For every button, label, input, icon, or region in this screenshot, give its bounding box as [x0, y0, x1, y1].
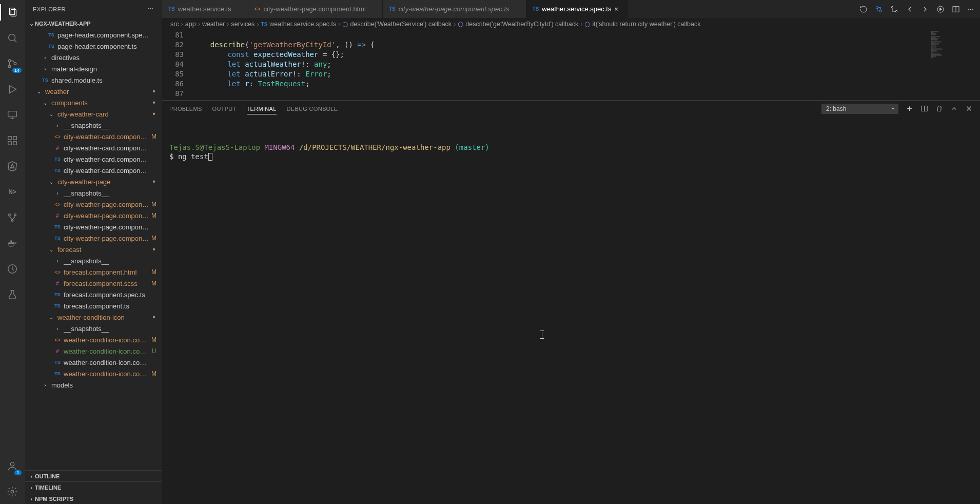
tree-item-label: weather	[45, 88, 150, 95]
tab-output[interactable]: OUTPUT	[212, 104, 237, 114]
tree-item[interactable]: ⌄forecast•	[25, 244, 162, 255]
minimap[interactable]: ████████████████████████████████████████…	[929, 30, 980, 100]
more-actions-icon[interactable]: ⋯	[967, 5, 974, 13]
close-panel-icon[interactable]	[965, 105, 973, 113]
tree-item[interactable]: TSshared.module.ts	[25, 74, 162, 86]
tree-item[interactable]: ›__snapshots__	[25, 323, 162, 334]
tree-item[interactable]: <>city-weather-page.compone…M	[25, 199, 162, 210]
maximize-panel-icon[interactable]	[950, 105, 958, 113]
tree-item[interactable]: ›__snapshots__	[25, 187, 162, 199]
code-content[interactable]: describe('getWeatherByCityId', () => { c…	[193, 30, 929, 100]
tree-item[interactable]: #forecast.component.scssM	[25, 278, 162, 289]
tree-item[interactable]: #weather-condition-icon.comp…U	[25, 345, 162, 357]
breadcrumb-seg: TSweather.service.spec.ts	[261, 21, 337, 28]
tree-item[interactable]: TScity-weather-page.compone…M	[25, 232, 162, 244]
next-change-icon[interactable]	[921, 5, 929, 13]
editor-tab[interactable]: <>city-weather-page.component.html×	[248, 0, 383, 18]
tree-item[interactable]: TSforecast.component.ts	[25, 300, 162, 312]
explorer-more-icon[interactable]: ⋯	[148, 6, 154, 12]
svg-rect-10	[13, 137, 16, 140]
tree-item[interactable]: <>city-weather-card.componen…M	[25, 131, 162, 142]
tree-item[interactable]: TSpage-header.component.spec.ts	[25, 29, 162, 41]
tab-terminal[interactable]: TERMINAL	[247, 104, 277, 114]
tree-item[interactable]: #city-weather-page.compone…M	[25, 210, 162, 221]
tree-item[interactable]: TScity-weather-page.component.spe…	[25, 221, 162, 232]
docker-icon[interactable]	[0, 235, 25, 251]
new-terminal-icon[interactable]	[906, 105, 913, 113]
tree-item[interactable]: <>weather-condition-icon.com…M	[25, 334, 162, 345]
editor-tab[interactable]: TSweather.service.ts×	[162, 0, 248, 18]
tree-item[interactable]: ⌄city-weather-page•	[25, 176, 162, 187]
close-tab-icon[interactable]: ×	[614, 5, 621, 13]
breadcrumbs[interactable]: src› app› weather› services› TSweather.s…	[162, 18, 980, 30]
search-icon[interactable]	[0, 30, 25, 46]
tree-item[interactable]: TSweather-condition-icon.componen…	[25, 357, 162, 368]
tab-label: weather.service.ts	[178, 5, 231, 13]
tree-item[interactable]: ›material-design	[25, 63, 162, 74]
split-editor-icon[interactable]	[952, 5, 960, 13]
sidebar-title: EXPLORER	[33, 6, 66, 12]
tree-item-label: page-header.component.ts	[57, 43, 150, 50]
tree-item[interactable]: <>forecast.component.htmlM	[25, 266, 162, 278]
tab-problems[interactable]: PROBLEMS	[169, 104, 202, 114]
tree-item-label: __snapshots__	[64, 325, 150, 333]
test-icon[interactable]	[0, 286, 25, 303]
nx-icon[interactable]: N>	[0, 184, 25, 200]
svg-rect-6	[8, 111, 17, 117]
tab-label: weather.service.spec.ts	[542, 5, 611, 13]
panel-tabs: PROBLEMS OUTPUT TERMINAL DEBUG CONSOLE	[162, 101, 980, 117]
account-badge: 1	[14, 470, 22, 475]
tree-item[interactable]: TSpage-header.component.ts	[25, 41, 162, 52]
tree-item[interactable]: TScity-weather-card.component.spec…	[25, 153, 162, 165]
run-debug-icon[interactable]	[0, 81, 25, 98]
npm-scripts-section[interactable]: ›NPM SCRIPTS	[25, 493, 162, 504]
terminal[interactable]: Tejas.S@TejasS-Laptop MINGW64 /d/PROJECT…	[162, 117, 980, 504]
editor-tabs: TSweather.service.ts×<>city-weather-page…	[162, 0, 980, 18]
compare-icon[interactable]	[890, 5, 898, 13]
tree-item-label: city-weather-page.compone…	[64, 212, 150, 220]
terminal-selector[interactable]	[821, 104, 898, 114]
revert-icon[interactable]	[859, 5, 868, 13]
tree-item-label: weather-condition-icon	[57, 314, 150, 321]
timeline-section[interactable]: ›TIMELINE	[25, 481, 162, 493]
tree-item[interactable]: ›directives	[25, 52, 162, 63]
tree-item[interactable]: #city-weather-card.component.scss	[25, 142, 162, 153]
tree-item-label: __snapshots__	[64, 189, 150, 197]
code-editor[interactable]: 8182838485868788 describe('getWeatherByC…	[162, 30, 980, 100]
editor-tab[interactable]: TScity-weather-page.component.spec.ts×	[383, 0, 526, 18]
text-caret	[542, 331, 542, 339]
tab-debug-console[interactable]: DEBUG CONSOLE	[287, 104, 338, 114]
tree-item[interactable]: TScity-weather-card.component.ts	[25, 165, 162, 176]
tree-item[interactable]: TSweather-condition-icon.com…M	[25, 368, 162, 379]
account-icon[interactable]: 1	[0, 458, 25, 474]
tree-item[interactable]: ⌄weather•	[25, 86, 162, 97]
split-terminal-icon[interactable]	[920, 105, 928, 113]
extensions-icon[interactable]	[0, 132, 25, 149]
tree-item[interactable]: ⌄city-weather-card•	[25, 108, 162, 120]
angular-icon[interactable]	[0, 158, 25, 175]
git-graph-icon[interactable]	[0, 209, 25, 226]
settings-icon[interactable]	[0, 483, 25, 500]
outline-section[interactable]: ›OUTLINE	[25, 470, 162, 481]
prev-change-icon[interactable]	[906, 5, 914, 13]
tree-item[interactable]: TSforecast.component.spec.ts	[25, 289, 162, 300]
tree-item[interactable]: ⌄components•	[25, 97, 162, 108]
tab-label: city-weather-page.component.spec.ts	[399, 5, 509, 13]
workspace-section[interactable]: ⌄ NGX-WEATHER-APP	[25, 18, 162, 29]
tree-item[interactable]: ›__snapshots__	[25, 255, 162, 266]
tree-item-label: city-weather-card.component.ts	[64, 167, 150, 175]
project-manager-icon[interactable]	[0, 261, 25, 277]
tree-item[interactable]: ⌄weather-condition-icon•	[25, 312, 162, 323]
run-test-icon[interactable]	[936, 5, 945, 13]
svg-point-2	[9, 34, 15, 41]
remote-explorer-icon[interactable]	[0, 107, 25, 123]
explorer-icon[interactable]	[0, 4, 25, 21]
kill-terminal-icon[interactable]	[935, 105, 943, 113]
editor-actions: ⋯	[853, 0, 980, 18]
diff-icon[interactable]	[875, 5, 883, 13]
tree-item[interactable]: ›models	[25, 379, 162, 391]
editor-tab[interactable]: TSweather.service.spec.ts×	[526, 0, 629, 18]
source-control-icon[interactable]: 14	[0, 55, 25, 72]
tree-item[interactable]: ›__snapshots__	[25, 120, 162, 131]
svg-point-4	[8, 65, 11, 68]
